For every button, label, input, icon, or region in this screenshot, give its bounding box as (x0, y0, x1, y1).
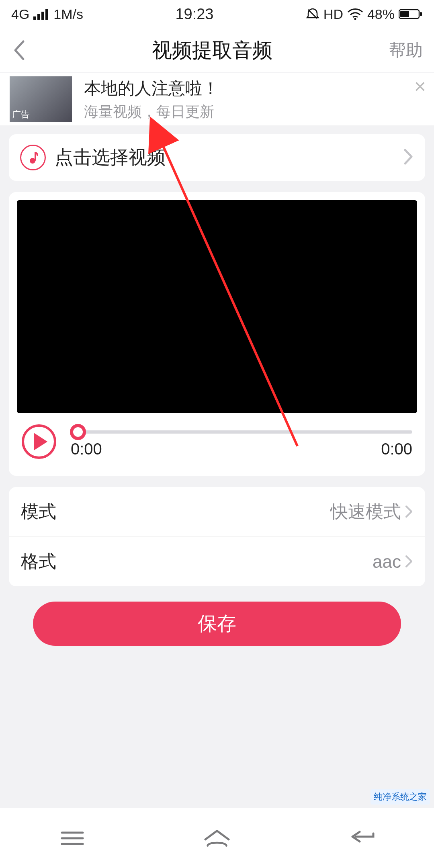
watermark: 纯净系统之家 (371, 789, 430, 805)
help-button[interactable]: 帮助 (389, 39, 423, 61)
play-icon (34, 433, 47, 450)
ad-thumbnail (10, 76, 72, 122)
page-title: 视频提取音频 (35, 37, 389, 64)
svg-rect-3 (45, 9, 48, 20)
chevron-right-icon (405, 552, 413, 572)
battery-label: 48% (367, 6, 395, 22)
player-card: 0:00 0:00 (9, 192, 425, 476)
chevron-right-icon (405, 502, 413, 522)
video-preview[interactable] (17, 200, 417, 413)
settings-card: 模式 快速模式 格式 aac (9, 487, 425, 586)
svg-point-5 (354, 18, 356, 20)
duration-time: 0:00 (381, 440, 412, 458)
play-button[interactable] (22, 424, 56, 459)
home-icon[interactable] (203, 824, 231, 852)
progress-slider[interactable] (71, 430, 412, 434)
close-icon[interactable]: × (414, 76, 426, 96)
svg-rect-2 (41, 12, 44, 20)
save-label: 保存 (198, 611, 236, 637)
network-label: 4G (11, 6, 29, 22)
current-time: 0:00 (71, 440, 102, 458)
status-right: HD 48% (306, 6, 423, 22)
svg-rect-1 (37, 14, 40, 20)
speed-label: 1M/s (53, 6, 83, 22)
chevron-right-icon (403, 148, 414, 167)
mode-value: 快速模式 (330, 500, 401, 524)
wifi-icon (347, 8, 363, 20)
time-label: 19:23 (175, 6, 213, 23)
signal-icon (33, 8, 49, 20)
ad-banner[interactable]: 本地的人注意啦！ 海量视频，每日更新 × (0, 73, 434, 125)
mode-label: 模式 (21, 500, 56, 524)
format-row[interactable]: 格式 aac (9, 536, 425, 586)
svg-point-9 (30, 158, 35, 164)
status-left: 4G 1M/s (11, 6, 83, 22)
back-button[interactable] (11, 38, 35, 62)
nav-bar: 视频提取音频 帮助 (0, 28, 434, 72)
ad-text: 本地的人注意啦！ 海量视频，每日更新 (84, 77, 219, 122)
ad-subtitle: 海量视频，每日更新 (84, 102, 219, 122)
select-video-label: 点击选择视频 (55, 145, 403, 170)
back-icon[interactable] (348, 824, 376, 852)
slider-knob[interactable] (70, 424, 86, 440)
progress-area: 0:00 0:00 (71, 426, 412, 458)
recent-apps-icon[interactable] (58, 824, 86, 852)
svg-line-4 (308, 10, 317, 18)
mute-icon (306, 7, 319, 21)
hd-label: HD (323, 6, 343, 22)
select-video-row[interactable]: 点击选择视频 (9, 134, 425, 181)
format-value: aac (373, 552, 401, 572)
battery-icon (399, 8, 423, 20)
svg-rect-8 (420, 12, 422, 16)
system-nav (0, 808, 434, 868)
ad-title: 本地的人注意啦！ (84, 77, 219, 100)
status-bar: 4G 1M/s 19:23 HD 48% (0, 0, 434, 28)
mode-row[interactable]: 模式 快速模式 (9, 487, 425, 536)
save-button[interactable]: 保存 (33, 602, 401, 646)
music-icon (20, 145, 46, 170)
svg-rect-0 (33, 16, 36, 20)
svg-rect-7 (400, 11, 409, 17)
format-label: 格式 (21, 550, 56, 573)
player-controls: 0:00 0:00 (17, 413, 417, 468)
